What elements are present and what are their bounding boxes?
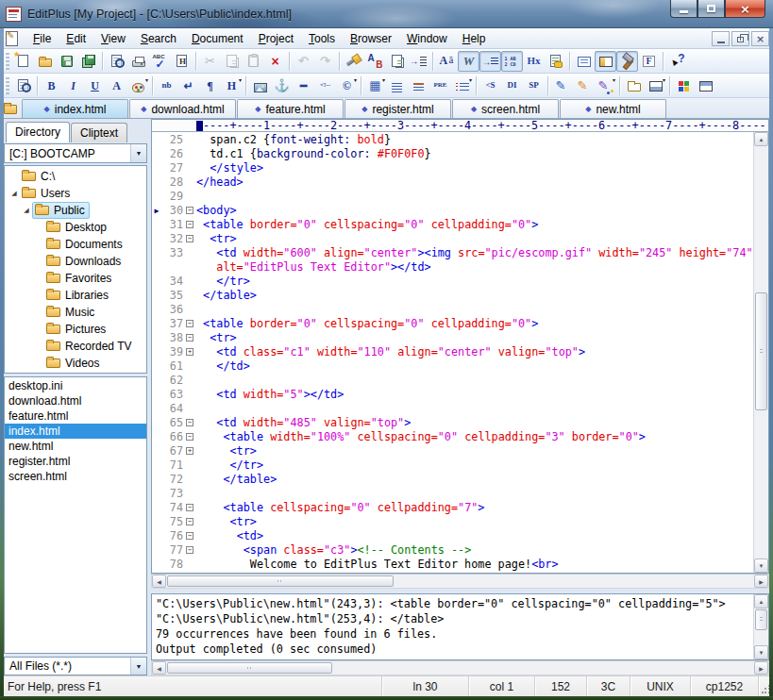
fold-toggle-icon[interactable]: − (183, 529, 196, 543)
line-number-icon[interactable] (501, 51, 523, 72)
menu-item-tools[interactable]: Tools (301, 29, 343, 48)
tree-item-pictures[interactable]: Pictures (5, 321, 146, 338)
underline-icon[interactable]: U (84, 75, 106, 96)
hex-view-icon[interactable]: Hx (523, 51, 545, 72)
bold-icon[interactable]: B (41, 75, 62, 96)
align-top-icon[interactable] (408, 75, 429, 96)
menu-item-browser[interactable]: Browser (343, 29, 399, 48)
fold-toggle-icon[interactable]: − (183, 416, 196, 430)
mdi-restore-button[interactable] (731, 31, 749, 46)
new-file-icon[interactable] (12, 51, 34, 72)
maximize-button[interactable] (697, 0, 725, 18)
new-html-page-icon[interactable] (171, 51, 193, 72)
editor-scroll-right-icon[interactable]: ▶ (754, 575, 768, 588)
file-list[interactable]: desktop.inidownload.htmlfeature.htmlinde… (4, 376, 147, 654)
menu-item-help[interactable]: Help (455, 29, 494, 48)
tab-register.html[interactable]: ◆register.html (344, 99, 451, 118)
tree-item-music[interactable]: Music (5, 304, 146, 321)
project-folder-icon[interactable] (4, 105, 17, 114)
edit-css-icon[interactable] (573, 75, 595, 96)
align-center-icon[interactable] (386, 75, 408, 96)
file-item-register-html[interactable]: register.html (5, 454, 146, 469)
output-scroll-down-icon[interactable]: ▼ (754, 645, 768, 659)
tree-expand-icon[interactable]: ◢ (21, 207, 32, 214)
fullscreen-icon[interactable]: F (638, 51, 660, 72)
tree-item-videos[interactable]: Videos (5, 355, 146, 372)
fold-toggle-icon[interactable]: + (183, 444, 196, 458)
function-list-icon[interactable] (545, 51, 566, 72)
menu-item-view[interactable]: View (93, 29, 133, 48)
editor-scroll-down-icon[interactable]: ▼ (754, 558, 768, 573)
auto-indent-icon[interactable] (479, 51, 501, 72)
heading-icon[interactable]: H (221, 75, 243, 96)
strike-icon[interactable]: <S (479, 75, 501, 96)
save-icon[interactable] (56, 51, 77, 72)
file-filter-arrow-icon[interactable]: ▼ (130, 658, 146, 675)
drive-select[interactable]: [C:] BOOTCAMP ▼ (4, 143, 147, 163)
menu-item-edit[interactable]: Edit (59, 29, 93, 48)
table-icon[interactable]: ▦ (364, 75, 386, 96)
browser-preview-icon[interactable] (12, 75, 34, 96)
editor-horizontal-scroll-thumb[interactable] (167, 575, 394, 587)
code-editor[interactable]: 25 span.c2 {font-weight: bold}26 td.c1 {… (151, 132, 769, 574)
tree-item-c-[interactable]: C:\ (5, 168, 146, 185)
fold-toggle-icon[interactable]: − (183, 232, 196, 246)
menu-item-file[interactable]: File (25, 29, 59, 48)
comment-icon[interactable]: <!-- (314, 75, 336, 96)
minimize-button[interactable] (670, 0, 697, 18)
editor-vertical-scrollbar[interactable]: ▲ ▼ (753, 132, 768, 573)
file-item-new-html[interactable]: new.html (5, 439, 146, 454)
toolbar-grip[interactable] (5, 53, 9, 70)
fold-toggle-icon[interactable]: + (183, 345, 196, 359)
tab-download.html[interactable]: ◆download.html (129, 99, 236, 118)
file-item-desktop-ini[interactable]: desktop.ini (5, 378, 146, 393)
tree-item-recorded-tv[interactable]: Recorded TV (5, 338, 146, 355)
tab-new.html[interactable]: ◆new.html (560, 99, 666, 118)
find-icon[interactable] (343, 51, 364, 72)
fold-toggle-icon[interactable]: − (183, 501, 196, 515)
directory-window-icon[interactable] (595, 51, 616, 72)
close-button[interactable]: × (725, 0, 765, 18)
file-filter-select[interactable]: All Files (*.*) ▼ (4, 657, 147, 675)
tree-item-public[interactable]: ◢Public (5, 202, 146, 219)
word-wrap-icon[interactable]: W (458, 51, 479, 72)
image-icon[interactable] (249, 75, 271, 96)
tree-item-users[interactable]: ◢Users (5, 185, 146, 202)
spell-check-icon[interactable] (149, 51, 171, 72)
file-item-download-html[interactable]: download.html (5, 393, 146, 408)
fold-toggle-icon[interactable]: − (183, 430, 196, 444)
nbsp-icon[interactable]: nb (156, 75, 177, 96)
div-icon[interactable]: DI (501, 75, 523, 96)
tree-item-downloads[interactable]: Downloads (5, 253, 146, 270)
special-char-icon[interactable]: © (336, 75, 358, 96)
hr-icon[interactable]: ━ (293, 75, 314, 96)
fold-toggle-icon[interactable]: − (183, 317, 196, 331)
color-icon[interactable] (127, 75, 149, 96)
list-tag-icon[interactable] (451, 75, 473, 96)
paragraph-icon[interactable]: ¶ (199, 75, 221, 96)
context-help-icon[interactable] (666, 51, 688, 72)
tab-index.html[interactable]: ◆index.html (22, 99, 128, 118)
editor-horizontal-scrollbar[interactable]: ◀ ▶ (151, 574, 769, 589)
output-pane[interactable]: "C:\Users\Public\new.html"(243,3): <tabl… (151, 593, 769, 660)
delete-icon[interactable]: × (264, 51, 286, 72)
file-item-feature-html[interactable]: feature.html (5, 408, 146, 424)
editor-scroll-up-icon[interactable]: ▲ (754, 132, 768, 146)
anchor-icon[interactable]: ⚓ (271, 75, 293, 96)
file-item-index-html[interactable]: index.html (5, 424, 146, 439)
print-preview-icon[interactable] (106, 51, 127, 72)
tree-item-favorites[interactable]: Favorites (5, 270, 146, 287)
editor-scroll-left-icon[interactable]: ◀ (152, 575, 166, 588)
title-bar[interactable]: EditPlus [My Project] - [C:\Users\Public… (0, 0, 773, 28)
output-scroll-up-icon[interactable]: ▲ (754, 594, 768, 608)
goto-line-icon[interactable] (408, 51, 429, 72)
cliptext-list-icon[interactable] (573, 51, 595, 72)
user-tools-icon[interactable] (616, 51, 638, 72)
fold-toggle-icon[interactable]: − (183, 515, 196, 529)
file-item-screen-html[interactable]: screen.html (5, 469, 146, 484)
output-horizontal-scroll-thumb[interactable] (167, 662, 332, 674)
tab-feature.html[interactable]: ◆feature.html (237, 99, 344, 118)
drive-select-arrow-icon[interactable]: ▼ (130, 144, 146, 162)
sidebar-tab-cliptext[interactable]: Cliptext (71, 123, 127, 142)
sync-directory-icon[interactable] (645, 75, 666, 96)
